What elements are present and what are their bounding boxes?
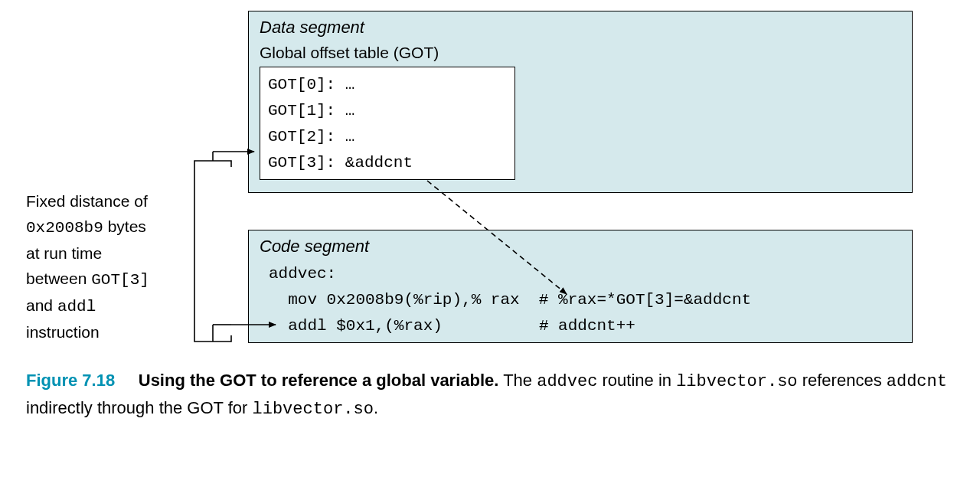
code-line-2-instr: addl $0x1,(%rax)	[269, 317, 443, 335]
caption-text-e: references	[798, 371, 887, 390]
annotation-line5-a: and	[26, 296, 57, 314]
data-segment-title: Data segment	[260, 18, 364, 38]
data-segment-box: Data segment Global offset table (GOT) G…	[248, 11, 913, 193]
annotation-line4: between GOT[3]	[26, 266, 149, 293]
annotation-line2-b: bytes	[103, 217, 146, 235]
annotation-line3: at run time	[26, 240, 149, 266]
annotation-line5: and addl	[26, 293, 149, 319]
got-entry-2: GOT[2]: …	[268, 124, 507, 150]
caption-libvector-1: libvector.so	[676, 372, 797, 391]
figure-number: Figure 7.18	[26, 371, 115, 390]
code-line-1: mov 0x2008b9(%rip),% rax # %rax=*GOT[3]=…	[269, 287, 751, 313]
annotation-line6: instruction	[26, 319, 149, 345]
annotation-line1: Fixed distance of	[26, 188, 149, 214]
caption-addvec: addvec	[537, 372, 597, 391]
bracket-top-arrow	[194, 161, 231, 167]
code-segment-title: Code segment	[260, 237, 369, 257]
caption-addcnt: addcnt	[887, 372, 947, 391]
code-line-1-comment: # %rax=*GOT[3]=&addcnt	[520, 291, 751, 309]
got-box: GOT[0]: … GOT[1]: … GOT[2]: … GOT[3]: &a…	[260, 67, 515, 180]
annotation-line2: 0x2008b9 bytes	[26, 214, 149, 240]
distance-annotation: Fixed distance of 0x2008b9 bytes at run …	[26, 188, 149, 345]
caption-text-c: routine in	[597, 371, 676, 390]
got-entry-0: GOT[0]: …	[268, 72, 507, 98]
got-entry-1: GOT[1]: …	[268, 98, 507, 124]
code-line-2-comment: # addcnt++	[539, 317, 635, 335]
got-title: Global offset table (GOT)	[260, 44, 439, 62]
annotation-line4-a: between	[26, 270, 91, 287]
caption-libvector-2: libvector.so	[253, 400, 374, 419]
caption-title: Using the GOT to reference a global vari…	[139, 371, 499, 390]
code-label: addvec:	[269, 261, 751, 287]
got-entry-3: GOT[3]: &addcnt	[268, 150, 507, 176]
caption-text-g: indirectly through the GOT for	[26, 398, 253, 417]
figure-caption: Figure 7.18 Using the GOT to reference a…	[26, 368, 954, 423]
annotation-line2-hex: 0x2008b9	[26, 219, 103, 237]
code-line-2: addl $0x1,(%rax) # addcnt++	[269, 313, 751, 339]
caption-text-a: The	[498, 371, 537, 390]
annotation-line4-got: GOT[3]	[91, 271, 149, 289]
code-line-2-pad	[443, 317, 539, 335]
code-line-1-instr: mov 0x2008b9(%rip),% rax	[269, 291, 520, 309]
code-lines: addvec: mov 0x2008b9(%rip),% rax # %rax=…	[269, 261, 751, 339]
caption-text-i: .	[374, 398, 378, 417]
figure-canvas: Data segment Global offset table (GOT) G…	[0, 0, 980, 487]
annotation-line5-addl: addl	[57, 298, 96, 315]
bracket-bottom-arrow	[194, 335, 231, 342]
code-segment-box: Code segment addvec: mov 0x2008b9(%rip),…	[248, 230, 913, 343]
